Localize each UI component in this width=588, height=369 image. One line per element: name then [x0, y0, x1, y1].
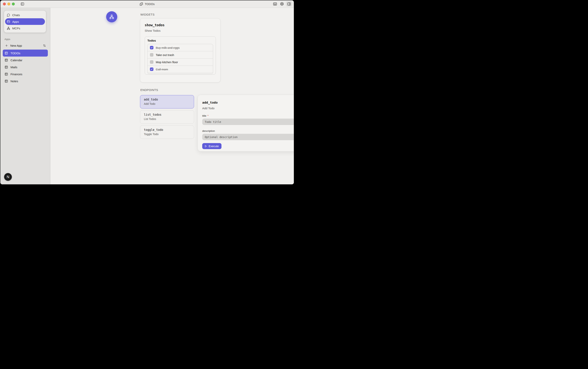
tab-apps-label: Apps: [12, 20, 19, 23]
settings-button[interactable]: [279, 1, 285, 6]
close-button[interactable]: [3, 2, 6, 5]
sidebar: Chats Apps MCPs: [0, 8, 50, 184]
sidebar-item-finances[interactable]: Finances: [3, 71, 48, 78]
field-label-text: description: [202, 130, 215, 133]
detail-endpoint-name: add_todo: [202, 101, 294, 104]
description-input[interactable]: [202, 134, 294, 140]
endpoints-section-label: ENDPOINTS: [140, 88, 158, 92]
sort-arrows-icon: [43, 44, 46, 47]
todo-label: Mop kitchen floor: [156, 61, 178, 64]
tab-chats[interactable]: Chats: [5, 12, 45, 18]
tab-mcps-label: MCPs: [12, 27, 20, 30]
todo-row-clipped: [148, 73, 213, 74]
todo-label: Buy milk and eggs: [156, 46, 180, 49]
table-icon: [5, 65, 8, 69]
network-icon: [109, 14, 114, 19]
todo-row: Take out trash: [148, 51, 213, 58]
endpoint-card-add-todo[interactable]: add_todo Add Todo: [140, 95, 194, 109]
apps-list: TODOs Calendar Mails: [3, 50, 48, 85]
settings-gear-icon: [280, 2, 284, 6]
endpoint-card-list-todos[interactable]: list_todos List Todos: [140, 110, 194, 124]
keyboard-shortcuts-button[interactable]: [272, 1, 278, 6]
todo-label: Take out trash: [156, 53, 174, 57]
todo-row: Buy milk and eggs: [148, 44, 213, 51]
check-icon: [151, 68, 153, 70]
sort-apps-button[interactable]: [43, 44, 46, 47]
execute-button-label: Execute: [209, 145, 219, 148]
chat-bubble-icon: [7, 13, 10, 17]
endpoint-description: Add Todo: [144, 102, 190, 105]
sidebar-item-label: Notes: [10, 80, 18, 83]
tab-chats-label: Chats: [12, 13, 20, 17]
new-app-label: New App: [10, 44, 22, 47]
app-window: TODOs: [0, 0, 294, 184]
tab-apps[interactable]: Apps: [5, 18, 45, 25]
sidebar-item-label: TODOs: [10, 51, 21, 55]
network-icon: [7, 27, 10, 30]
endpoint-description: List Todos: [144, 117, 190, 121]
table-icon: [5, 72, 8, 76]
sidebar-item-mails[interactable]: Mails: [3, 63, 48, 71]
description-field-label: description: [202, 130, 294, 133]
checkbox-unchecked-icon[interactable]: [150, 60, 154, 64]
required-asterisk: *: [207, 114, 208, 117]
titlebar: TODOs: [0, 0, 294, 8]
panel-right-toggle-button[interactable]: [286, 1, 292, 6]
endpoint-card-toggle-todo[interactable]: toggle_todo Toggle Todo: [140, 125, 194, 139]
field-label-text: title: [202, 114, 206, 117]
todo-row: Mop kitchen floor: [148, 58, 213, 65]
minimize-button[interactable]: [7, 2, 10, 5]
user-avatar[interactable]: N: [4, 173, 12, 181]
todo-label: Call mom: [156, 68, 168, 71]
title-field-label: title *: [202, 114, 294, 117]
mode-switcher: Chats Apps MCPs: [4, 10, 46, 33]
sidebar-item-label: Mails: [10, 65, 17, 69]
sidebar-item-label: Calendar: [10, 59, 22, 62]
sidebar-item-notes[interactable]: Notes: [3, 78, 48, 85]
table-icon: [5, 59, 8, 62]
widget-description: Show Todos: [145, 29, 216, 32]
endpoint-name: add_todo: [144, 98, 190, 101]
new-app-button[interactable]: New App: [3, 44, 22, 47]
todos-panel-title: Todos: [147, 39, 213, 42]
panel-left-icon: [21, 2, 24, 6]
endpoint-description: Toggle Todo: [144, 133, 190, 136]
check-icon: [151, 46, 153, 49]
todos-widget-panel: Todos Buy milk and eggs Take out trash: [145, 36, 216, 75]
panel-right-icon: [287, 2, 291, 6]
checkbox-checked-icon[interactable]: [150, 67, 154, 71]
traffic-lights: [3, 2, 15, 5]
checkbox-unchecked-icon[interactable]: [150, 53, 154, 57]
window-title-text: TODOs: [145, 2, 155, 6]
panel-left-toggle-button[interactable]: [20, 1, 25, 7]
widget-card-show-todos[interactable]: show_todos Show Todos Todos Buy milk and…: [140, 18, 220, 82]
checkbox-checked-icon[interactable]: [150, 46, 154, 49]
apps-section-label: Apps: [4, 38, 10, 41]
sidebar-item-label: Finances: [10, 72, 22, 76]
widgets-section-label: WIDGETS: [140, 13, 155, 16]
table-icon: [5, 80, 8, 83]
todo-row: Call mom: [148, 65, 213, 73]
endpoint-detail-panel: add_todo Add Todo title * description Ex…: [197, 95, 294, 152]
main-content: WIDGETS show_todos Show Todos Todos Buy …: [50, 8, 294, 184]
sidebar-item-calendar[interactable]: Calendar: [3, 57, 48, 63]
endpoint-name: toggle_todo: [144, 128, 190, 132]
app-graph-fab-button[interactable]: [106, 11, 117, 22]
puzzle-icon: [140, 2, 143, 6]
app-window-icon: [7, 20, 10, 23]
apps-toolbar: New App: [3, 43, 48, 48]
plus-icon: [5, 44, 8, 47]
todo-list: Buy milk and eggs Take out trash Mop kit…: [147, 44, 213, 74]
detail-endpoint-description: Add Todo: [202, 107, 294, 110]
tab-mcps[interactable]: MCPs: [5, 25, 45, 31]
play-icon: [204, 145, 207, 148]
keyboard-icon: [273, 2, 277, 6]
sidebar-item-todos[interactable]: TODOs: [3, 50, 48, 57]
zoom-button[interactable]: [12, 2, 15, 5]
window-title: TODOs: [0, 0, 294, 8]
table-icon: [5, 51, 8, 55]
title-input[interactable]: [202, 119, 294, 125]
execute-button[interactable]: Execute: [202, 143, 221, 149]
endpoint-name: list_todos: [144, 113, 190, 116]
widget-name: show_todos: [145, 23, 216, 27]
